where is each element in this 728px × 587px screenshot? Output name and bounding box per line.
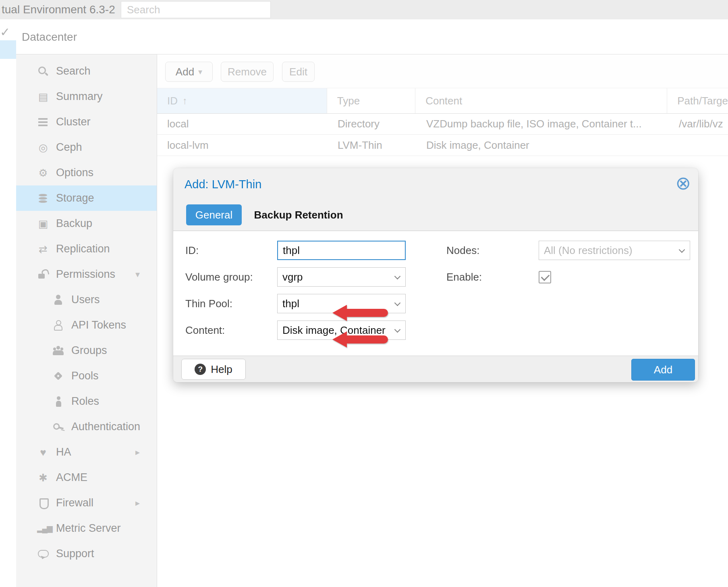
gear-icon: ⚙	[37, 167, 49, 179]
table-row[interactable]: local-lvm LVM-Thin Disk image, Container	[157, 135, 728, 156]
chevron-down-icon	[679, 247, 685, 253]
column-header-id[interactable]: ID ↑	[157, 88, 327, 113]
cell-type: Directory	[328, 114, 416, 134]
column-header-path[interactable]: Path/Targe	[667, 88, 728, 113]
sidebar-item-acme[interactable]: ✱ ACME	[16, 465, 157, 490]
cell-id: local	[157, 114, 328, 134]
dialog-body: ID: Volume group: vgrp Thin Pool: thpl C…	[173, 231, 698, 356]
sidebar-item-label: ACME	[56, 471, 87, 484]
search-icon	[37, 65, 49, 77]
nodes-select[interactable]: All (No restrictions)	[539, 241, 690, 260]
id-label: ID:	[185, 241, 199, 260]
sync-arrows-icon: ⇄	[37, 243, 49, 255]
add-lvm-thin-dialog: Add: LVM-Thin ⊗ General Backup Retention…	[173, 168, 698, 382]
sidebar-item-summary[interactable]: ▤ Summary	[16, 84, 157, 109]
sidebar-item-api-tokens[interactable]: API Tokens	[16, 312, 157, 338]
sidebar-item-backup[interactable]: ▣ Backup	[16, 211, 157, 236]
dialog-footer: ? Help Add	[173, 356, 698, 382]
top-bar: tual Environment 6.3-2	[0, 0, 728, 19]
sidebar-item-roles[interactable]: Roles	[16, 389, 157, 414]
thin-pool-label: Thin Pool:	[185, 294, 232, 313]
chevron-down-icon	[394, 273, 401, 280]
chevron-right-icon[interactable]: ▸	[135, 447, 140, 458]
certificate-icon: ✱	[37, 472, 49, 484]
sidebar-item-support[interactable]: Support	[16, 541, 157, 566]
nodes-label: Nodes:	[446, 241, 479, 260]
column-header-label: Content	[425, 95, 462, 107]
sidebar-item-ceph[interactable]: ◎ Ceph	[16, 135, 157, 160]
sidebar-item-authentication[interactable]: Authentication	[16, 414, 157, 439]
tree-selected-band[interactable]	[0, 40, 16, 59]
proxmox-app: tual Environment 6.3-2 ✓ Datacenter Sear…	[0, 0, 728, 587]
chevron-down-icon[interactable]: ▾	[135, 269, 140, 280]
sidebar-item-search[interactable]: Search	[16, 58, 157, 84]
sidebar-item-groups[interactable]: Groups	[16, 338, 157, 363]
table-row[interactable]: local Directory VZDump backup file, ISO …	[157, 114, 728, 135]
tab-backup-retention[interactable]: Backup Retention	[252, 204, 345, 225]
column-header-label: ID	[167, 95, 178, 107]
chat-bubble-icon	[37, 548, 49, 560]
database-icon	[37, 192, 49, 204]
sidebar-item-label: Groups	[71, 344, 107, 357]
sidebar: Search ▤ Summary Cluster ◎ Ceph ⚙ Option…	[16, 54, 157, 587]
cell-id: local-lvm	[157, 135, 328, 156]
cell-path: /var/lib/vz	[669, 114, 728, 134]
sidebar-item-firewall[interactable]: Firewall ▸	[16, 490, 157, 516]
sidebar-item-label: Storage	[56, 192, 94, 204]
sort-asc-icon: ↑	[183, 95, 187, 106]
resource-tree-sliver: ✓	[0, 19, 16, 587]
sidebar-item-replication[interactable]: ⇄ Replication	[16, 236, 157, 262]
cell-path	[669, 135, 728, 156]
annotation-arrow-id	[332, 305, 389, 321]
sidebar-item-label: Permissions	[56, 268, 115, 281]
edit-button[interactable]: Edit	[282, 62, 315, 82]
global-search-input[interactable]	[121, 1, 271, 18]
column-header-type[interactable]: Type	[327, 88, 415, 113]
sidebar-item-permissions[interactable]: Permissions ▾	[16, 262, 157, 287]
sidebar-item-users[interactable]: Users	[16, 287, 157, 312]
question-mark-icon: ?	[195, 364, 206, 375]
chevron-down-icon	[394, 327, 401, 333]
server-stack-icon	[37, 116, 49, 128]
help-button[interactable]: ? Help	[181, 359, 246, 380]
sidebar-item-label: Users	[71, 294, 100, 306]
add-button-label: Add	[176, 66, 194, 78]
chevron-down-icon: ▾	[198, 67, 202, 77]
remove-button[interactable]: Remove	[221, 62, 274, 82]
sidebar-item-ha[interactable]: ♥ HA ▸	[16, 439, 157, 465]
column-header-label: Path/Targe	[677, 95, 728, 107]
sidebar-item-label: Replication	[56, 243, 110, 255]
cell-content: VZDump backup file, ISO image, Container…	[416, 114, 669, 134]
close-icon[interactable]: ⊗	[675, 174, 691, 192]
key-icon	[51, 419, 66, 434]
annotation-arrow-volume-group	[332, 331, 389, 348]
sidebar-item-metric-server[interactable]: ▂▄▆ Metric Server	[16, 516, 157, 541]
floppy-icon: ▣	[37, 218, 49, 230]
dialog-add-button[interactable]: Add	[631, 359, 695, 381]
tag-icon	[52, 370, 64, 382]
user-outline-icon	[52, 319, 64, 331]
user-icon	[52, 294, 64, 306]
person-icon	[52, 395, 64, 408]
column-header-content[interactable]: Content	[415, 88, 667, 113]
sidebar-item-pools[interactable]: Pools	[16, 363, 157, 389]
sidebar-item-storage[interactable]: Storage	[16, 185, 157, 211]
tab-general[interactable]: General	[186, 204, 242, 225]
check-icon: ✓	[0, 25, 10, 39]
column-header-label: Type	[337, 95, 360, 107]
add-button[interactable]: Add ▾	[165, 62, 213, 82]
storage-toolbar: Add ▾ Remove Edit	[157, 54, 728, 88]
id-input[interactable]	[277, 241, 406, 260]
sidebar-item-label: Summary	[56, 90, 103, 103]
page-title: Datacenter	[22, 19, 77, 54]
chevron-right-icon[interactable]: ▸	[135, 498, 140, 508]
cell-content: Disk image, Container	[416, 135, 669, 156]
sidebar-item-label: Ceph	[56, 141, 82, 154]
sidebar-item-cluster[interactable]: Cluster	[16, 109, 157, 135]
remove-button-label: Remove	[228, 66, 267, 78]
sidebar-item-options[interactable]: ⚙ Options	[16, 160, 157, 185]
enable-checkbox[interactable]	[539, 271, 551, 283]
volume-group-select[interactable]: vgrp	[277, 267, 406, 287]
users-group-icon	[52, 345, 64, 357]
app-brand: tual Environment 6.3-2	[2, 0, 115, 19]
